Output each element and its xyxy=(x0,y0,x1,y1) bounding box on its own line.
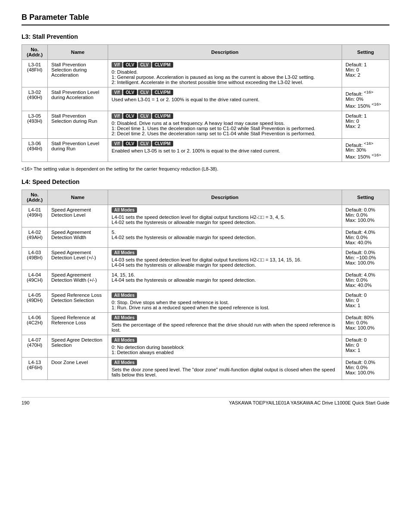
row-name: Speed Agreement Detection Width (+/-) xyxy=(48,270,108,290)
mode-badge: V/f xyxy=(112,141,122,146)
table-row: L3-06(494H) Stall Prevention Level durin… xyxy=(22,138,389,162)
mode-badge: CLV/PM xyxy=(152,62,173,68)
table-row: L4-06(4C2H) Speed Reference at Reference… xyxy=(22,313,389,335)
mode-badge: CLV xyxy=(138,113,151,119)
l3-col-no: No.(Addr.) xyxy=(22,45,48,60)
row-setting: Default: 4.0%Min: 0.0%Max: 40.0% xyxy=(342,227,389,248)
row-desc-text: 0: Disabled. Drive runs at a set frequen… xyxy=(112,121,315,136)
table-row: L3-02(490H) Stall Prevention Level durin… xyxy=(22,87,389,111)
row-name: Stall Prevention Level during Accelerati… xyxy=(48,87,108,111)
l4-col-no: No.(Addr.) xyxy=(22,190,48,205)
row-setting: Default: 0.0%Min: 0.0%Max: 100.0% xyxy=(342,205,389,227)
row-desc: V/fOLVCLVCLV/PM Enabled when L3-05 is se… xyxy=(108,138,342,162)
row-no: L3-06(494H) xyxy=(22,138,48,162)
row-desc: All Modes Sets the door zone speed level… xyxy=(108,358,342,380)
row-desc: All Modes L4-03 sets the speed detection… xyxy=(108,248,342,270)
row-no: L4-03(49BH) xyxy=(22,248,48,270)
table-row: L4-04(49CH) Speed Agreement Detection Wi… xyxy=(22,270,389,290)
mode-badge: V/f xyxy=(112,62,122,68)
table-row: L3-01(48FH) Stall Prevention Selection d… xyxy=(22,60,389,87)
table-row: L4-02(49AH) Speed Agreement Detection Wi… xyxy=(22,227,389,248)
row-desc: V/fOLVCLVCLV/PM 0: Disabled. Drive runs … xyxy=(108,111,342,138)
row-setting: Default: 4.0%Min: 0.0%Max: 40.0% xyxy=(342,270,389,290)
row-desc: All Modes Sets the percentage of the spe… xyxy=(108,313,342,335)
row-no: L4-13(4F6H) xyxy=(22,358,48,380)
row-desc-text: Sets the door zone speed level. The "doo… xyxy=(112,367,335,377)
mode-badge: CLV/PM xyxy=(152,141,173,146)
row-no: L3-01(48FH) xyxy=(22,60,48,87)
l3-table: No.(Addr.) Name Description Setting L3-0… xyxy=(22,44,389,162)
l4-col-desc: Description xyxy=(108,190,342,205)
row-name: Stall Prevention Level during Run xyxy=(48,138,108,162)
l4-col-name: Name xyxy=(48,190,108,205)
footer-doc-info: YASKAWA TOEPYAIL1E01A YASKAWA AC Drive L… xyxy=(229,400,389,405)
row-setting: Default: 80%Min: 0.0%Max: 100.0% xyxy=(342,313,389,335)
row-name: Door Zone Level xyxy=(48,358,108,380)
mode-badge: CLV xyxy=(138,90,151,95)
row-desc: All Modes 0: No detection during baseblo… xyxy=(108,335,342,358)
row-no: L3-02(490H) xyxy=(22,87,48,111)
l3-col-setting: Setting xyxy=(342,45,389,60)
row-name: Stall Prevention Selection during Run xyxy=(48,111,108,138)
row-desc-text: L4-01 sets the speed detection level for… xyxy=(112,215,285,225)
row-desc-text: 0: Stop. Drive stops when the speed refe… xyxy=(112,300,269,310)
footer-page-number: 190 xyxy=(22,400,29,405)
row-no: L4-07(470H) xyxy=(22,335,48,358)
row-desc-text: Enabled when L3-05 is set to 1 or 2. 100… xyxy=(112,148,280,153)
row-name: Speed Agreement Detection Width xyxy=(48,227,108,248)
row-name: Speed Agree Detection Selection xyxy=(48,335,108,358)
page-footer: 190 YASKAWA TOEPYAIL1E01A YASKAWA AC Dri… xyxy=(22,397,389,405)
row-name: Stall Prevention Selection during Accele… xyxy=(48,60,108,87)
row-no: L4-02(49AH) xyxy=(22,227,48,248)
mode-badge: V/f xyxy=(112,113,122,119)
row-no: L3-05(493H) xyxy=(22,111,48,138)
mode-badge-all: All Modes xyxy=(112,207,137,213)
row-desc-text: 0: Disabled.1: General purpose. Accelera… xyxy=(112,69,315,85)
l4-col-setting: Setting xyxy=(342,190,389,205)
table-row: L4-13(4F6H) Door Zone Level All Modes Se… xyxy=(22,358,389,380)
row-no: L4-05(49DH) xyxy=(22,290,48,313)
mode-badge-all: All Modes xyxy=(112,315,137,320)
row-name: Speed Reference Loss Detection Selection xyxy=(48,290,108,313)
l3-section-title: L3: Stall Prevention xyxy=(22,33,389,40)
row-desc: 14, 15, 16.L4-04 sets the hysteresis or … xyxy=(108,270,342,290)
row-setting: Default: 0Min: 0Max: 1 xyxy=(342,290,389,313)
l3-col-desc: Description xyxy=(108,45,342,60)
row-desc: All Modes L4-01 sets the speed detection… xyxy=(108,205,342,227)
row-setting: Default: 1Min: 0Max: 2 xyxy=(342,60,389,87)
row-desc: V/fOLVCLVCLV/PM Used when L3-01 = 1 or 2… xyxy=(108,87,342,111)
mode-badge-all: All Modes xyxy=(112,250,137,255)
row-desc: 5.L4-02 sets the hysteresis or allowable… xyxy=(108,227,342,248)
row-desc-text: 14, 15, 16.L4-04 sets the hysteresis or … xyxy=(112,272,256,283)
row-setting: Default: 0.0%Min: −100.0%Max: 100.0% xyxy=(342,248,389,270)
l4-section-title: L4: Speed Detection xyxy=(22,178,389,185)
page-title: B Parameter Table xyxy=(22,13,389,25)
mode-badge: CLV/PM xyxy=(152,90,173,95)
mode-badge: CLV/PM xyxy=(152,113,173,119)
row-desc: V/fOLVCLVCLV/PM 0: Disabled.1: General p… xyxy=(108,60,342,87)
row-desc-text: Used when L3-01 = 1 or 2. 100% is equal … xyxy=(112,97,259,102)
mode-badge: OLV xyxy=(123,90,137,95)
mode-badge: CLV xyxy=(138,62,151,68)
row-setting: Default: 1Min: 0Max: 2 xyxy=(342,111,389,138)
row-desc-text: 0: No detection during baseblock1: Detec… xyxy=(112,345,184,355)
row-name: Speed Agreement Detection Level (+/-) xyxy=(48,248,108,270)
row-name: Speed Reference at Reference Loss xyxy=(48,313,108,335)
l4-table: No.(Addr.) Name Description Setting L4-0… xyxy=(22,190,389,380)
l3-col-name: Name xyxy=(48,45,108,60)
row-setting: Default: 0Min: 0Max: 1 xyxy=(342,335,389,358)
row-no: L4-04(49CH) xyxy=(22,270,48,290)
row-setting: Default: 0.0%Min: 0.0%Max: 100.0% xyxy=(342,358,389,380)
row-desc-text: 5.L4-02 sets the hysteresis or allowable… xyxy=(112,230,256,240)
mode-badge-all: All Modes xyxy=(112,360,137,365)
row-setting: Default: <16>Min: 0%Max: 150% <16> xyxy=(342,87,389,111)
table-row: L4-01(499H) Speed Agreement Detection Le… xyxy=(22,205,389,227)
row-no: L4-06(4C2H) xyxy=(22,313,48,335)
l3-footnote: <16> The setting value is dependent on t… xyxy=(22,166,389,171)
row-no: L4-01(499H) xyxy=(22,205,48,227)
mode-badge: OLV xyxy=(123,62,137,68)
mode-badge: V/f xyxy=(112,90,122,95)
row-setting: Default: <16>Min: 30%Max: 150% <16> xyxy=(342,138,389,162)
table-row: L4-07(470H) Speed Agree Detection Select… xyxy=(22,335,389,358)
mode-badge-all: All Modes xyxy=(112,337,137,343)
